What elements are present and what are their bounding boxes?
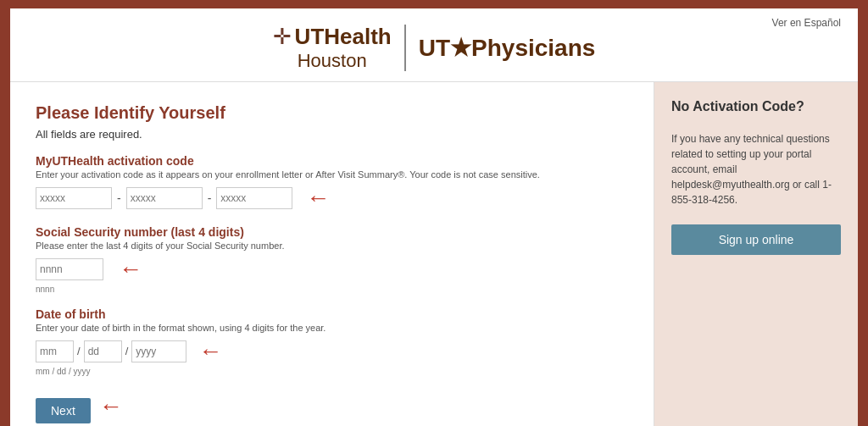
sep-1: - xyxy=(117,191,121,205)
dob-arrow: ← xyxy=(198,338,222,365)
ssn-arrow-icon: ← xyxy=(119,256,142,283)
left-panel: Please Identify Yourself All fields are … xyxy=(10,82,654,426)
header: Ver en Español ✛UTHealth Houston UT★Phys… xyxy=(10,8,858,82)
activation-code-label: MyUTHealth activation code xyxy=(36,154,628,168)
logo-area: ✛UTHealth Houston UT★Physicians xyxy=(273,24,596,73)
sidebar-title: No Activation Code? xyxy=(671,99,841,114)
hash-icon: ✛ xyxy=(273,24,292,49)
dob-desc: Enter your date of birth in the format s… xyxy=(36,323,628,333)
dob-yyyy-input[interactable] xyxy=(131,340,186,362)
logo-left: ✛UTHealth Houston xyxy=(273,24,392,73)
ssn-arrow: ← xyxy=(119,256,142,283)
language-link[interactable]: Ver en Español xyxy=(772,17,841,29)
next-arrow-icon: ← xyxy=(99,393,123,420)
sep-2: - xyxy=(208,191,212,205)
logo-right: UT★Physicians xyxy=(419,34,596,62)
ssn-input[interactable] xyxy=(36,258,103,280)
ssn-section: Social Security number (last 4 digits) P… xyxy=(36,225,628,294)
activation-input-3[interactable] xyxy=(216,187,292,209)
dob-section: Date of birth Enter your date of birth i… xyxy=(36,307,628,376)
dob-row: / / ← xyxy=(36,338,628,365)
dob-hint: mm / dd / yyyy xyxy=(36,367,628,376)
logo-ut: UTHealth xyxy=(295,24,392,49)
page-title: Please Identify Yourself xyxy=(36,103,628,123)
activation-arrow: ← xyxy=(306,185,330,212)
logo-houston: Houston xyxy=(273,50,392,72)
dob-sep-2: / xyxy=(125,345,129,357)
activation-code-desc: Enter your activation code as it appears… xyxy=(36,169,628,180)
signup-button[interactable]: Sign up online xyxy=(671,224,841,255)
next-row: Next ← xyxy=(36,390,628,423)
next-button[interactable]: Next xyxy=(36,398,91,423)
activation-input-2[interactable] xyxy=(126,187,203,209)
activation-code-row: - - ← xyxy=(36,185,628,212)
logo-divider xyxy=(404,25,406,71)
dob-label: Date of birth xyxy=(36,307,628,321)
ssn-label: Social Security number (last 4 digits) xyxy=(36,225,628,239)
activation-code-section: MyUTHealth activation code Enter your ac… xyxy=(36,154,628,212)
activation-input-1[interactable] xyxy=(36,187,112,209)
ssn-hint: nnnn xyxy=(36,285,628,294)
dob-arrow-icon: ← xyxy=(198,338,222,365)
arrow-icon: ← xyxy=(306,185,330,212)
ssn-desc: Please enter the last 4 digits of your S… xyxy=(36,241,628,251)
required-note: All fields are required. xyxy=(36,128,628,141)
right-panel: No Activation Code? If you have any tech… xyxy=(654,82,858,426)
ssn-row: ← xyxy=(36,256,628,283)
main-content: Please Identify Yourself All fields are … xyxy=(10,82,858,426)
sidebar-text: If you have any technical questions rela… xyxy=(671,131,841,207)
dob-sep-1: / xyxy=(77,345,81,357)
dob-dd-input[interactable] xyxy=(84,340,122,362)
dob-mm-input[interactable] xyxy=(36,340,74,362)
